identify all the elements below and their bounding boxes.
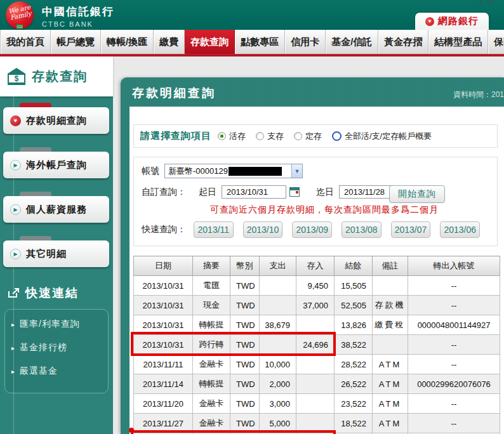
radio-button-icon[interactable] — [218, 132, 226, 140]
cell-date: 2013/11/14 — [134, 374, 193, 394]
account-select[interactable]: 新臺幣-0000129 ▼ — [164, 164, 303, 178]
nav-item-label: 基金/信託 — [331, 36, 372, 48]
table-column-header: 備註 — [373, 256, 408, 276]
cell-transfer-account: -- — [408, 414, 500, 433]
cell-date: 2013/10/31 — [134, 296, 193, 315]
cell-transfer-account: -- — [408, 355, 500, 374]
table-header-row: 日期 摘要 幣別 支出 存入 結餘 備註 轉出入帳號 — [134, 256, 500, 276]
sidebar-menu-item[interactable]: ♥ ▶ 個人薪資服務 — [3, 196, 109, 223]
cell-balance: 13,826 — [335, 315, 373, 335]
search-button[interactable]: 開始查詢 — [389, 185, 445, 203]
cell-balance: 38,522 — [335, 335, 373, 355]
nav-item[interactable]: 保險 — [488, 30, 504, 54]
sidebar-menu-item-wrap: ♥ ▶ 個人薪資服務 — [3, 196, 109, 223]
quick-month-button[interactable]: 2013/10 — [243, 221, 283, 238]
cell-balance: 28,522 — [335, 355, 373, 374]
quick-month-button[interactable]: 2013/09 — [292, 221, 332, 238]
radio-option[interactable]: 活存 — [218, 131, 246, 142]
sidebar-menu-item[interactable]: ♥ ▶ 海外帳戶查詢 — [3, 152, 109, 178]
start-date-input[interactable]: 2013/10/31 — [222, 185, 286, 199]
end-date-label: 迄日 — [316, 187, 334, 198]
quick-link[interactable]: ▸ 基金排行榜 — [11, 342, 103, 353]
ctbc-logo: We are Family CO — [6, 1, 34, 29]
nav-item[interactable]: 黃金存摺 — [378, 30, 428, 54]
table-row: 2013/11/14 轉帳提 TWD 2,000 26,522 ATM 0000… — [134, 374, 500, 394]
table-row: 2013/10/31 現金 TWD 37,000 52,505 存款機 -- — [134, 296, 500, 315]
quick-month-button[interactable]: 2013/07 — [391, 221, 431, 238]
quick-link-label: 匯率/利率查詢 — [20, 319, 80, 330]
cell-transfer-account: 0000048001144927 — [408, 315, 500, 335]
cell-currency: TWD — [230, 355, 260, 374]
internet-banking-label: 網路銀行 — [438, 15, 479, 27]
sidebar-menu-item[interactable]: ♥ ▶ 存款明細查詢 — [3, 107, 109, 134]
radio-option[interactable]: 定存 — [294, 131, 322, 142]
cell-withdrawal — [260, 276, 296, 296]
table-body: 2013/10/31 電匯 TWD 9,450 15,505 -- 2013/1… — [134, 276, 500, 434]
nav-item-label: 存款查詢 — [190, 36, 229, 48]
main-nav-bar: 我的首頁 帳戶總覽 轉帳/換匯 繳費 存款查詢 點數專區 信用卡 基金/信託 黃… — [0, 30, 504, 54]
query-type-filter: 請選擇查詢項目 活存 支存 定存 全部活/支/定存帳戶概要 — [133, 124, 498, 148]
radio-option[interactable]: 全部活/支/定存帳戶概要 — [332, 131, 432, 142]
radio-button-icon[interactable] — [256, 132, 264, 140]
nav-item[interactable]: 帳戶總覽 — [51, 30, 101, 54]
nav-item[interactable]: 存款查詢 — [185, 30, 235, 54]
cell-memo: ATM — [373, 374, 408, 394]
quick-link[interactable]: ▸ 匯率/利率查詢 — [11, 319, 103, 330]
radio-option[interactable]: 支存 — [256, 131, 284, 142]
nav-item-label: 轉帳/換匯 — [107, 36, 147, 48]
cell-date: 2013/10/31 — [134, 315, 193, 335]
table-column-header: 結餘 — [335, 256, 373, 276]
quick-link[interactable]: ▸ 嚴選基金 — [11, 365, 103, 377]
nav-item[interactable]: 結構型產品 — [428, 30, 488, 54]
cell-date: 2013/11/27 — [134, 414, 193, 433]
quick-link-label: 基金排行榜 — [20, 342, 67, 353]
cell-withdrawal: 5,000 — [260, 414, 296, 433]
cell-memo — [373, 335, 408, 355]
table-column-header: 摘要 — [193, 256, 230, 276]
quick-month-button[interactable]: 2013/08 — [342, 221, 381, 238]
transactions-table-wrap: 日期 摘要 幣別 支出 存入 結餘 備註 轉出入帳號 2013/10/31 電匯… — [133, 256, 500, 434]
cell-deposit: 37,000 — [296, 296, 335, 315]
sidebar-item-label: 海外帳戶查詢 — [26, 159, 87, 171]
cell-transfer-account: -- — [408, 296, 500, 315]
bank-name-zh: 中國信託銀行 — [42, 4, 114, 19]
cell-deposit — [296, 414, 335, 433]
table-row: 2013/11/20 金融卡 TWD 3,000 23,522 ATM -- — [134, 394, 500, 414]
nav-item-label: 點數專區 — [241, 36, 279, 48]
cell-memo — [373, 276, 408, 296]
cell-deposit — [296, 394, 335, 414]
bank-name-en: CTBC BANK — [42, 20, 114, 28]
cell-balance: 52,505 — [335, 296, 373, 315]
radio-button-icon[interactable] — [294, 132, 302, 140]
sidebar-menu-item[interactable]: ♥ ▶ 其它明細 — [3, 240, 109, 267]
table-column-header: 存入 — [296, 256, 335, 276]
calendar-icon[interactable] — [289, 187, 300, 197]
table-row: 2013/11/27 金融卡 TWD 5,000 18,522 ATM -- — [134, 414, 500, 433]
nav-item[interactable]: 我的首頁 — [1, 30, 51, 54]
nav-item[interactable]: 點數專區 — [235, 30, 285, 54]
nav-item-label: 信用卡 — [291, 36, 319, 48]
nav-item[interactable]: 信用卡 — [285, 30, 326, 54]
radio-option-label: 定存 — [305, 131, 322, 142]
play-circle-icon: ▶ — [10, 249, 21, 260]
cell-withdrawal: 2,000 — [260, 374, 296, 394]
nav-item[interactable]: 繳費 — [154, 30, 185, 54]
cell-memo: 繳費稅 — [373, 315, 408, 335]
radio-button-icon[interactable] — [332, 131, 342, 141]
nav-item[interactable]: 轉帳/換匯 — [101, 30, 154, 54]
query-form: 帳號 新臺幣-0000129 ▼ 自訂查詢： 起日 2013/10/31 迄日 … — [133, 157, 498, 246]
quick-month-button[interactable]: 2013/11 — [194, 221, 234, 238]
cell-transfer-account: -- — [408, 276, 500, 296]
internet-banking-tab[interactable]: ♥ 網路銀行 — [415, 13, 489, 30]
cell-summary: 金融卡 — [193, 394, 230, 414]
query-limit-note: 可查詢近六個月存款明細，每次查詢區間最多爲二個月 — [210, 204, 489, 216]
sidebar-menu: ♥ ▶ 存款明細查詢 ♥ ▶ 海外帳戶查詢 ♥ ▶ 個人薪資服務 ♥ ▶ 其它明… — [0, 96, 113, 267]
cell-date: 2013/11/20 — [134, 394, 193, 414]
quick-month-button[interactable]: 2013/06 — [440, 221, 480, 238]
nav-item[interactable]: 基金/信託 — [326, 30, 378, 54]
dropdown-arrow-icon[interactable]: ▼ — [291, 164, 302, 178]
table-column-header: 日期 — [134, 256, 193, 276]
cell-balance: 26,522 — [335, 374, 373, 394]
cell-summary: 現金 — [193, 296, 230, 315]
cell-withdrawal: 38,679 — [260, 315, 296, 335]
